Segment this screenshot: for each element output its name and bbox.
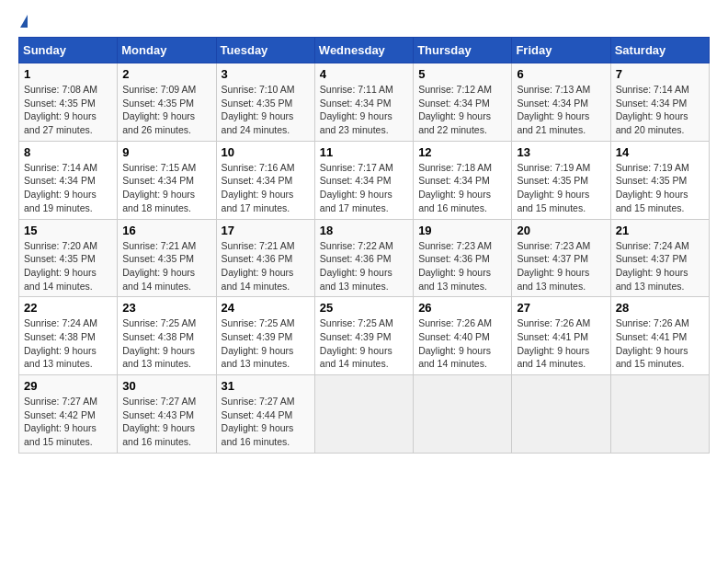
day-number: 17 (222, 224, 310, 237)
day-info: Sunrise: 7:25 AMSunset: 4:38 PMDaylight:… (122, 316, 210, 371)
calendar-week-5: 29Sunrise: 7:27 AMSunset: 4:42 PMDayligh… (19, 375, 710, 454)
calendar-cell: 4Sunrise: 7:11 AMSunset: 4:34 PMDaylight… (314, 63, 413, 142)
logo (18, 15, 28, 28)
day-number: 27 (517, 301, 605, 315)
calendar-cell: 25Sunrise: 7:25 AMSunset: 4:39 PMDayligh… (314, 297, 413, 375)
day-info: Sunrise: 7:27 AMSunset: 4:44 PMDaylight:… (222, 395, 310, 449)
day-info: Sunrise: 7:13 AMSunset: 4:34 PMDaylight:… (517, 83, 605, 137)
day-number: 3 (222, 67, 310, 81)
day-info: Sunrise: 7:16 AMSunset: 4:34 PMDaylight:… (222, 161, 310, 215)
day-info: Sunrise: 7:27 AMSunset: 4:42 PMDaylight:… (24, 395, 112, 449)
day-info: Sunrise: 7:09 AMSunset: 4:35 PMDaylight:… (122, 83, 210, 137)
day-info: Sunrise: 7:15 AMSunset: 4:34 PMDaylight:… (122, 161, 210, 215)
calendar-cell: 6Sunrise: 7:13 AMSunset: 4:34 PMDaylight… (512, 63, 610, 142)
day-info: Sunrise: 7:22 AMSunset: 4:36 PMDaylight:… (320, 239, 408, 293)
day-info: Sunrise: 7:19 AMSunset: 4:35 PMDaylight:… (517, 161, 605, 215)
day-info: Sunrise: 7:24 AMSunset: 4:37 PMDaylight:… (616, 239, 704, 293)
weekday-header-thursday: Thursday (414, 38, 512, 63)
day-number: 2 (122, 67, 210, 81)
calendar-cell: 9Sunrise: 7:15 AMSunset: 4:34 PMDaylight… (118, 141, 216, 219)
calendar-week-3: 15Sunrise: 7:20 AMSunset: 4:35 PMDayligh… (19, 219, 710, 297)
calendar-cell: 2Sunrise: 7:09 AMSunset: 4:35 PMDaylight… (118, 63, 216, 142)
weekday-header-monday: Monday (118, 38, 216, 63)
day-info: Sunrise: 7:21 AMSunset: 4:36 PMDaylight:… (222, 239, 310, 293)
day-info: Sunrise: 7:10 AMSunset: 4:35 PMDaylight:… (222, 83, 310, 137)
page-header (18, 15, 710, 28)
day-number: 11 (320, 145, 408, 159)
day-info: Sunrise: 7:25 AMSunset: 4:39 PMDaylight:… (320, 316, 408, 371)
day-info: Sunrise: 7:18 AMSunset: 4:34 PMDaylight:… (418, 161, 506, 215)
day-number: 23 (122, 301, 210, 315)
day-number: 31 (222, 379, 310, 393)
day-info: Sunrise: 7:12 AMSunset: 4:34 PMDaylight:… (418, 83, 506, 137)
day-info: Sunrise: 7:19 AMSunset: 4:35 PMDaylight:… (616, 161, 704, 215)
day-number: 20 (517, 224, 605, 237)
calendar-cell: 13Sunrise: 7:19 AMSunset: 4:35 PMDayligh… (512, 141, 610, 219)
calendar-cell: 27Sunrise: 7:26 AMSunset: 4:41 PMDayligh… (512, 297, 610, 375)
logo-icon (20, 15, 28, 28)
calendar-cell: 14Sunrise: 7:19 AMSunset: 4:35 PMDayligh… (610, 141, 709, 219)
calendar-cell: 31Sunrise: 7:27 AMSunset: 4:44 PMDayligh… (216, 375, 314, 454)
calendar-cell: 16Sunrise: 7:21 AMSunset: 4:35 PMDayligh… (118, 219, 216, 297)
calendar-cell (314, 375, 413, 454)
day-info: Sunrise: 7:08 AMSunset: 4:35 PMDaylight:… (24, 83, 112, 137)
day-number: 19 (418, 224, 506, 237)
day-number: 5 (418, 67, 506, 81)
day-info: Sunrise: 7:14 AMSunset: 4:34 PMDaylight:… (616, 83, 704, 137)
calendar-cell: 3Sunrise: 7:10 AMSunset: 4:35 PMDaylight… (216, 63, 314, 142)
calendar-cell: 10Sunrise: 7:16 AMSunset: 4:34 PMDayligh… (216, 141, 314, 219)
calendar-cell: 20Sunrise: 7:23 AMSunset: 4:37 PMDayligh… (512, 219, 610, 297)
day-number: 29 (24, 379, 112, 393)
day-number: 9 (122, 145, 210, 159)
day-number: 30 (122, 379, 210, 393)
calendar-table: SundayMondayTuesdayWednesdayThursdayFrid… (18, 37, 710, 454)
calendar-cell: 24Sunrise: 7:25 AMSunset: 4:39 PMDayligh… (216, 297, 314, 375)
calendar-cell: 15Sunrise: 7:20 AMSunset: 4:35 PMDayligh… (19, 219, 118, 297)
day-info: Sunrise: 7:11 AMSunset: 4:34 PMDaylight:… (320, 83, 408, 137)
day-number: 21 (616, 224, 704, 237)
calendar-cell: 28Sunrise: 7:26 AMSunset: 4:41 PMDayligh… (610, 297, 709, 375)
day-info: Sunrise: 7:25 AMSunset: 4:39 PMDaylight:… (222, 316, 310, 371)
calendar-cell: 18Sunrise: 7:22 AMSunset: 4:36 PMDayligh… (314, 219, 413, 297)
day-info: Sunrise: 7:23 AMSunset: 4:37 PMDaylight:… (517, 239, 605, 293)
day-number: 8 (24, 145, 112, 159)
weekday-header-friday: Friday (512, 38, 610, 63)
day-info: Sunrise: 7:14 AMSunset: 4:34 PMDaylight:… (24, 161, 112, 215)
day-number: 26 (418, 301, 506, 315)
weekday-header-wednesday: Wednesday (314, 38, 413, 63)
day-info: Sunrise: 7:20 AMSunset: 4:35 PMDaylight:… (24, 239, 112, 293)
day-number: 15 (24, 224, 112, 237)
weekday-header-tuesday: Tuesday (216, 38, 314, 63)
day-number: 24 (222, 301, 310, 315)
day-info: Sunrise: 7:21 AMSunset: 4:35 PMDaylight:… (122, 239, 210, 293)
day-number: 13 (517, 145, 605, 159)
weekday-header-saturday: Saturday (610, 38, 709, 63)
day-number: 6 (517, 67, 605, 81)
calendar-cell: 17Sunrise: 7:21 AMSunset: 4:36 PMDayligh… (216, 219, 314, 297)
day-number: 4 (320, 67, 408, 81)
weekday-header-sunday: Sunday (19, 38, 118, 63)
calendar-cell: 30Sunrise: 7:27 AMSunset: 4:43 PMDayligh… (118, 375, 216, 454)
day-number: 22 (24, 301, 112, 315)
calendar-cell: 29Sunrise: 7:27 AMSunset: 4:42 PMDayligh… (19, 375, 118, 454)
calendar-week-4: 22Sunrise: 7:24 AMSunset: 4:38 PMDayligh… (19, 297, 710, 375)
day-number: 12 (418, 145, 506, 159)
day-info: Sunrise: 7:24 AMSunset: 4:38 PMDaylight:… (24, 316, 112, 371)
day-info: Sunrise: 7:17 AMSunset: 4:34 PMDaylight:… (320, 161, 408, 215)
calendar-week-2: 8Sunrise: 7:14 AMSunset: 4:34 PMDaylight… (19, 141, 710, 219)
calendar-cell: 19Sunrise: 7:23 AMSunset: 4:36 PMDayligh… (414, 219, 512, 297)
calendar-cell: 23Sunrise: 7:25 AMSunset: 4:38 PMDayligh… (118, 297, 216, 375)
day-number: 25 (320, 301, 408, 315)
day-number: 16 (122, 224, 210, 237)
day-info: Sunrise: 7:26 AMSunset: 4:40 PMDaylight:… (418, 316, 506, 371)
day-info: Sunrise: 7:26 AMSunset: 4:41 PMDaylight:… (517, 316, 605, 371)
day-number: 18 (320, 224, 408, 237)
day-number: 28 (616, 301, 704, 315)
calendar-week-1: 1Sunrise: 7:08 AMSunset: 4:35 PMDaylight… (19, 63, 710, 142)
calendar-cell (512, 375, 610, 454)
calendar-cell: 1Sunrise: 7:08 AMSunset: 4:35 PMDaylight… (19, 63, 118, 142)
calendar-cell: 22Sunrise: 7:24 AMSunset: 4:38 PMDayligh… (19, 297, 118, 375)
calendar-cell: 5Sunrise: 7:12 AMSunset: 4:34 PMDaylight… (414, 63, 512, 142)
day-number: 14 (616, 145, 704, 159)
calendar-cell: 8Sunrise: 7:14 AMSunset: 4:34 PMDaylight… (19, 141, 118, 219)
